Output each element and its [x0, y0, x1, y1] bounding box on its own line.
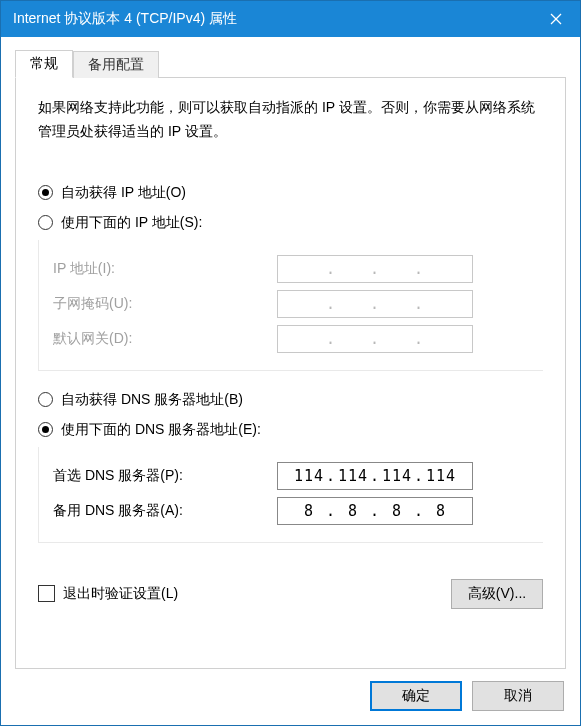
dialog-window: Internet 协议版本 4 (TCP/IPv4) 属性 常规 备用配置 如果… [0, 0, 581, 726]
tab-panel-general: 如果网络支持此功能，则可以获取自动指派的 IP 设置。否则，你需要从网络系统管理… [15, 77, 566, 669]
radio-dns-manual-label: 使用下面的 DNS 服务器地址(E): [61, 421, 261, 439]
window-title: Internet 协议版本 4 (TCP/IPv4) 属性 [13, 10, 532, 28]
preferred-dns-input[interactable]: 114. 114. 114. 114 [277, 462, 473, 490]
default-gateway-label: 默认网关(D): [47, 330, 277, 348]
advanced-button[interactable]: 高级(V)... [451, 579, 543, 609]
titlebar: Internet 协议版本 4 (TCP/IPv4) 属性 [1, 1, 580, 37]
close-icon [550, 13, 562, 25]
client-area: 常规 备用配置 如果网络支持此功能，则可以获取自动指派的 IP 设置。否则，你需… [1, 37, 580, 725]
field-ip-address: IP 地址(I): . . . [47, 255, 535, 283]
checkbox-icon [38, 585, 55, 602]
ip-fields-group: IP 地址(I): . . . 子网掩码(U): . [38, 240, 543, 371]
tab-alternate[interactable]: 备用配置 [73, 51, 159, 78]
description-text: 如果网络支持此功能，则可以获取自动指派的 IP 设置。否则，你需要从网络系统管理… [38, 96, 543, 144]
radio-icon [38, 422, 53, 437]
radio-ip-auto[interactable]: 自动获得 IP 地址(O) [38, 184, 543, 202]
subnet-mask-label: 子网掩码(U): [47, 295, 277, 313]
ip-address-label: IP 地址(I): [47, 260, 277, 278]
preferred-dns-label: 首选 DNS 服务器(P): [47, 467, 277, 485]
field-alternate-dns: 备用 DNS 服务器(A): 8. 8. 8. 8 [47, 497, 535, 525]
dialog-button-row: 确定 取消 [15, 669, 566, 711]
close-button[interactable] [532, 1, 580, 37]
radio-dns-manual[interactable]: 使用下面的 DNS 服务器地址(E): [38, 421, 543, 439]
tab-general[interactable]: 常规 [15, 50, 73, 78]
default-gateway-input: . . . [277, 325, 473, 353]
subnet-mask-input: . . . [277, 290, 473, 318]
field-subnet-mask: 子网掩码(U): . . . [47, 290, 535, 318]
ip-address-input: . . . [277, 255, 473, 283]
radio-ip-manual-label: 使用下面的 IP 地址(S): [61, 214, 202, 232]
radio-ip-manual[interactable]: 使用下面的 IP 地址(S): [38, 214, 543, 232]
field-default-gateway: 默认网关(D): . . . [47, 325, 535, 353]
ok-button[interactable]: 确定 [370, 681, 462, 711]
radio-ip-auto-label: 自动获得 IP 地址(O) [61, 184, 186, 202]
alternate-dns-label: 备用 DNS 服务器(A): [47, 502, 277, 520]
validate-checkbox-label: 退出时验证设置(L) [63, 585, 178, 603]
bottom-row: 退出时验证设置(L) 高级(V)... [38, 579, 543, 609]
radio-icon [38, 392, 53, 407]
alternate-dns-input[interactable]: 8. 8. 8. 8 [277, 497, 473, 525]
radio-dns-auto[interactable]: 自动获得 DNS 服务器地址(B) [38, 391, 543, 409]
tab-strip: 常规 备用配置 [15, 51, 566, 77]
field-preferred-dns: 首选 DNS 服务器(P): 114. 114. 114. 114 [47, 462, 535, 490]
dns-fields-group: 首选 DNS 服务器(P): 114. 114. 114. 114 备用 DNS… [38, 447, 543, 543]
validate-checkbox[interactable]: 退出时验证设置(L) [38, 585, 178, 603]
radio-dns-auto-label: 自动获得 DNS 服务器地址(B) [61, 391, 243, 409]
cancel-button[interactable]: 取消 [472, 681, 564, 711]
radio-icon [38, 185, 53, 200]
radio-icon [38, 215, 53, 230]
